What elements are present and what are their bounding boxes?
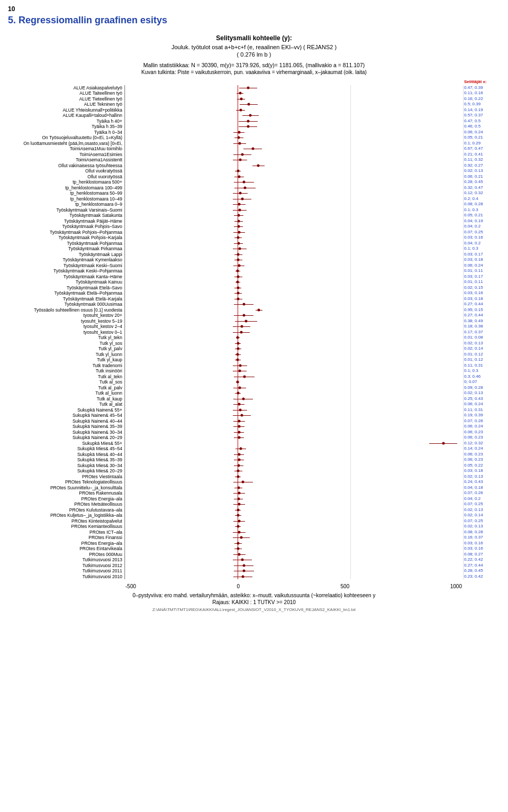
data-point (237, 220, 240, 222)
data-point (238, 136, 240, 139)
row-value: 0.27; 0.44 (463, 563, 500, 569)
row-value: 0.28; 0.45 (463, 568, 500, 574)
data-point (237, 359, 239, 361)
data-point (247, 86, 250, 89)
row-label: PROtes Kiinteistopalvelut (8, 518, 124, 524)
row-label: Tutk al_sos (8, 379, 124, 385)
data-point (238, 214, 240, 217)
x-axis-tick: 500 (341, 583, 350, 589)
row-value: 0.02; 0.13 (463, 168, 500, 174)
row-label: PROtes Kemianteollisuus (8, 524, 124, 530)
data-point (237, 497, 240, 500)
chart-title: Selitysmalli kohteelle (y): (8, 34, 500, 42)
row-label: ALUE Yhteiskunnall+politiikka (8, 107, 124, 113)
row-label: Tyäika h 40+ (8, 118, 124, 124)
row-value: 0.02; 0.13 (463, 341, 500, 346)
row-label: Työskäyntmaak Kymenlaakso (8, 257, 124, 263)
row-label: ToimiAsema1Assistentt (8, 157, 124, 163)
row-label: tyosuht_kestov 5–19 (8, 318, 124, 324)
x-axis-tick: -500 (125, 583, 136, 589)
x-axis-tick: 0 (237, 583, 240, 589)
data-point (239, 370, 241, 372)
row-value: 0.03; 0.17 (463, 274, 500, 280)
value-header: Selittäjät x: (463, 79, 500, 85)
caption-line: Kuvan tulkinta: Piste = vaikutuskerroin,… (8, 69, 500, 75)
row-label: On Työsuojeluvaltuutettu (0=Ei, 1=Kyllä) (8, 135, 124, 141)
row-value: 0.1; 0.29 (463, 141, 500, 147)
data-point (239, 448, 242, 450)
data-point (243, 375, 246, 378)
data-point (238, 425, 240, 428)
data-point (237, 486, 240, 489)
data-point (237, 297, 240, 300)
row-value: 0.08; 0.27 (463, 552, 500, 558)
row-value: 0.5; 0.39 (463, 102, 500, 107)
data-point (238, 503, 240, 506)
grid-line (350, 85, 351, 580)
data-point (240, 325, 243, 328)
page-number: 10 (8, 5, 500, 13)
data-point (238, 131, 240, 133)
row-value: 0.06; 0.23 (463, 457, 500, 463)
data-point (237, 275, 240, 278)
row-label: PROtes Rakennusala (8, 490, 124, 496)
data-point (237, 336, 239, 339)
x-axis-tick: 1000 (450, 583, 462, 589)
row-value: 0.1; 0.3 (463, 368, 500, 374)
row-value: 0.11; 0.31 (463, 363, 500, 369)
row-label: Sukupkä Nainen& 40–44 (8, 418, 124, 424)
data-point (238, 203, 241, 206)
data-point (237, 514, 239, 517)
row-label: Tyäika h 0–34 (8, 130, 124, 135)
row-label: ALUE Taiteellinen työ (8, 90, 124, 96)
row-label: tp_henklostomaara 0–9 (8, 202, 124, 207)
data-point (238, 403, 240, 406)
row-label: PROtes Finanssi (8, 535, 124, 541)
data-point (242, 397, 244, 400)
row-label: PROtes Kuljetus–_ja_logistiikka–ala (8, 513, 124, 518)
data-point (240, 331, 243, 333)
row-label: Työskäyntmaak Keski–Pohjanmaa (8, 268, 124, 274)
row-value: 0.04; 0.2 (463, 496, 500, 502)
data-point (237, 292, 240, 295)
data-point (237, 348, 239, 350)
data-point (258, 308, 260, 311)
data-point (247, 125, 249, 128)
row-label: Työskäyntmaak Pohjois–Karjala (8, 235, 124, 241)
row-value: 0.17; 0.37 (463, 330, 500, 335)
row-label: Tutk al_kaup (8, 396, 124, 402)
row-value: 0.05; 0.22 (463, 463, 500, 469)
row-label: Ollut vuokratyössä (8, 168, 124, 174)
row-label: PROtes ICT–ala (8, 530, 124, 535)
row-value: 0.14; 0.24 (463, 446, 500, 452)
row-value: 0.12; 0.32 (463, 441, 500, 446)
row-value: 0.01; 0.08 (463, 335, 500, 341)
row-value: 0.46; 0.5 (463, 124, 500, 130)
data-point (242, 181, 245, 184)
row-label: Sukupkä Mies& 55+ (8, 441, 124, 446)
row-value: 0.18; 0.38 (463, 324, 500, 330)
row-value: 0.12; 0.32 (463, 190, 500, 196)
footer-path: Z:\ANÄ\TMT\TMT1\REG\KAIKKI\ALL\regest_JO… (8, 607, 500, 612)
row-value: 0.06; 0.24 (463, 263, 500, 269)
data-point (239, 142, 241, 144)
row-value: 0.03; 0.16 (463, 290, 500, 296)
row-label: Tutk al_palv (8, 385, 124, 391)
row-label: Sukupkä Nainen& 30–34 (8, 430, 124, 435)
row-value: 0.03; 0.16 (463, 235, 500, 241)
data-point (239, 248, 241, 250)
row-value: 0.09; 0.28 (463, 385, 500, 391)
row-label: Sukupkä Nainen& 45–54 (8, 413, 124, 418)
data-point (249, 114, 252, 117)
row-value: 0.02; 0.13 (463, 474, 500, 480)
row-label: Työskäyntmaak Pohjois–Pohjanmaa (8, 230, 124, 235)
data-point (237, 525, 239, 528)
row-label: ToimiAsema1Muu toimihlo (8, 146, 124, 152)
row-value: 0.1; 0.3 (463, 207, 500, 213)
section-title: 5. Regressiomallin graafinen esitys (8, 15, 500, 26)
data-point (257, 164, 260, 167)
row-label: Tutk insinööri (8, 368, 124, 374)
row-value: 0.03; 0.16 (463, 546, 500, 552)
data-point (237, 253, 240, 256)
row-value: 0.03; 0.16 (463, 541, 500, 546)
